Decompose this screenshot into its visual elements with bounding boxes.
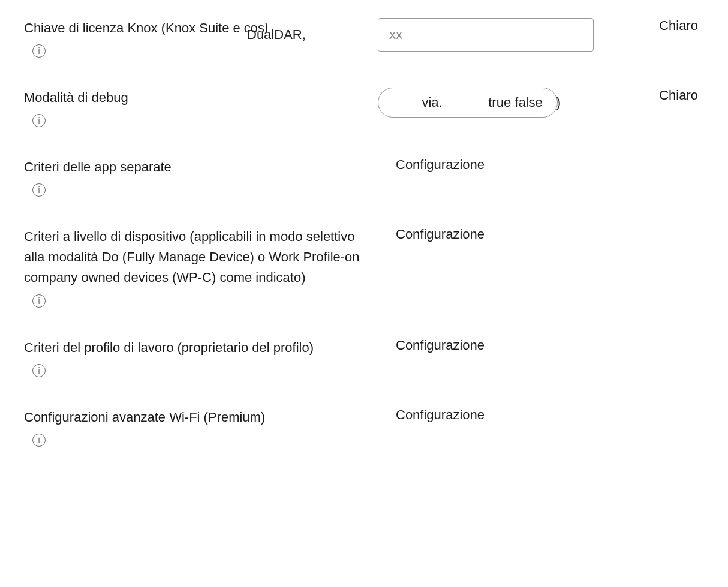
info-icon[interactable]: i bbox=[32, 294, 46, 308]
wifi-advanced-label: Configurazioni avanzate Wi-Fi (Premium) bbox=[24, 407, 265, 428]
control-col: DualDAR, bbox=[378, 18, 606, 52]
info-icon[interactable]: i bbox=[32, 114, 46, 127]
label-col: Criteri del profilo di lavoro (proprieta… bbox=[24, 338, 372, 377]
row-debug-mode: Modalità di debug i via. true false ) Ch… bbox=[24, 88, 704, 127]
row-knox-license: Chiave di licenza Knox (Knox Suite e cos… bbox=[24, 18, 704, 58]
configure-link[interactable]: Configurazione bbox=[378, 157, 606, 173]
segment-true-false[interactable]: true false bbox=[474, 95, 557, 110]
row-separate-apps: Criteri delle app separate i Configurazi… bbox=[24, 157, 704, 197]
configure-link[interactable]: Configurazione bbox=[378, 407, 606, 423]
info-icon[interactable]: i bbox=[32, 364, 46, 377]
knox-license-input[interactable] bbox=[378, 18, 594, 52]
configure-link[interactable]: Configurazione bbox=[378, 227, 606, 242]
clear-action[interactable]: Chiaro bbox=[612, 18, 704, 34]
segment-via[interactable]: via. bbox=[378, 95, 474, 110]
label-col: Modalità di debug i bbox=[24, 88, 372, 127]
row-wifi-advanced: Configurazioni avanzate Wi-Fi (Premium) … bbox=[24, 407, 704, 447]
label-col: Configurazioni avanzate Wi-Fi (Premium) … bbox=[24, 407, 372, 447]
work-profile-label: Criteri del profilo di lavoro (proprieta… bbox=[24, 338, 314, 358]
debug-segmented-control: via. true false ) bbox=[378, 88, 558, 118]
segment-trailing-paren: ) bbox=[556, 95, 561, 110]
configure-link[interactable]: Configurazione bbox=[378, 338, 606, 353]
row-work-profile: Criteri del profilo di lavoro (proprieta… bbox=[24, 338, 704, 377]
row-device-level: Criteri a livello di dispositivo (applic… bbox=[24, 227, 704, 307]
info-icon[interactable]: i bbox=[32, 183, 46, 197]
label-col: Criteri delle app separate i bbox=[24, 157, 372, 197]
control-col: via. true false ) bbox=[378, 88, 606, 118]
label-col: Chiave di licenza Knox (Knox Suite e cos… bbox=[24, 18, 372, 58]
knox-license-label: Chiave di licenza Knox (Knox Suite e cos… bbox=[24, 18, 268, 38]
debug-mode-label: Modalità di debug bbox=[24, 88, 128, 108]
separate-apps-label: Criteri delle app separate bbox=[24, 157, 172, 177]
info-icon[interactable]: i bbox=[32, 434, 46, 447]
device-level-label: Criteri a livello di dispositivo (applic… bbox=[24, 227, 372, 288]
label-col: Criteri a livello di dispositivo (applic… bbox=[24, 227, 372, 307]
info-icon[interactable]: i bbox=[32, 44, 46, 58]
clear-action[interactable]: Chiaro bbox=[612, 88, 704, 103]
